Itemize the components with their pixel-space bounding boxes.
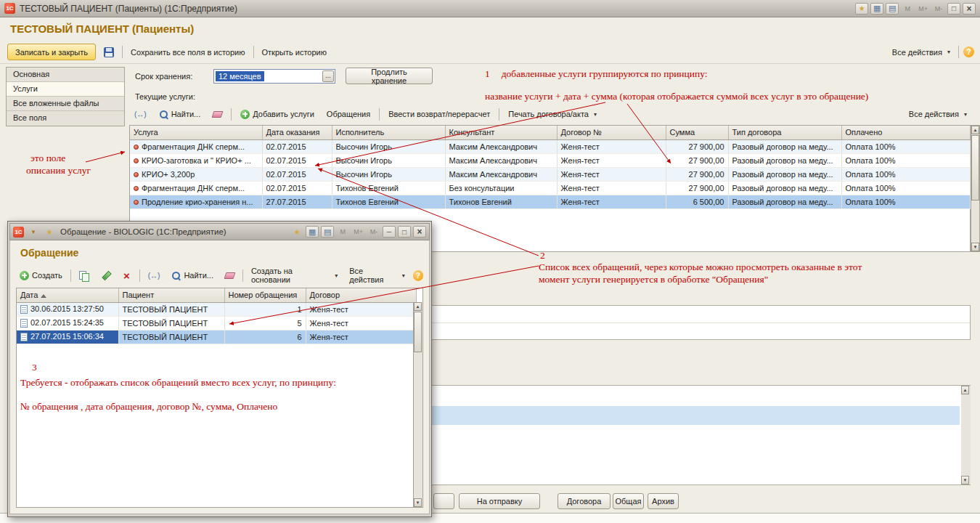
calendar-icon[interactable] <box>321 226 334 238</box>
appeals-button[interactable]: Обращения <box>323 107 374 122</box>
col-paid[interactable]: Оплачено <box>841 126 970 139</box>
col-executor[interactable]: Исполнитель <box>332 126 445 139</box>
date-range-button[interactable]: (↔) <box>144 268 164 283</box>
annotation-2-line1: Список всех обращений, через которые мож… <box>539 261 862 273</box>
dialog-titlebar[interactable]: Обращение - BIOLOGIC (1С:Предприятие) M … <box>9 223 430 240</box>
annotation-3-line2: № обращения , дата обращения, договор №,… <box>20 400 277 413</box>
scroll-up-icon[interactable]: ▲ <box>961 386 969 394</box>
close-button[interactable] <box>963 3 976 15</box>
sidebar-item-files[interactable]: Все вложенные файлы <box>7 97 124 111</box>
scroll-up-icon[interactable]: ▲ <box>971 126 979 134</box>
appeal-row-selected[interactable]: 27.07.2015 15:06:34 ТЕСТОВЫЙ ПАЦИЕНТ 6 Ж… <box>17 330 416 344</box>
scroll-down-icon[interactable]: ▼ <box>414 498 422 507</box>
col-contract[interactable]: Договор № <box>557 126 666 139</box>
create-based-on-button[interactable]: Создать на основании <box>248 268 341 283</box>
storage-period-more-button[interactable]: ... <box>322 70 334 82</box>
col-date[interactable]: Дата оказания <box>262 126 332 139</box>
all-actions-button[interactable]: Все действия <box>889 44 954 60</box>
open-history-button[interactable]: Открыть историю <box>258 44 330 60</box>
maximize-button[interactable] <box>398 226 411 238</box>
add-services-button[interactable]: Добавить услуги <box>237 107 318 122</box>
separator <box>499 108 499 121</box>
favorite-star-icon[interactable] <box>43 226 56 238</box>
search-icon <box>171 271 181 280</box>
calculator-icon[interactable] <box>306 226 319 238</box>
minimize-button[interactable] <box>383 226 396 238</box>
close-button[interactable] <box>413 226 426 238</box>
add-favorite-icon[interactable] <box>290 226 303 238</box>
common-button[interactable]: Общая <box>613 493 644 509</box>
memory-m-button[interactable]: M <box>336 226 349 238</box>
help-icon[interactable] <box>963 46 974 57</box>
help-icon[interactable] <box>413 270 423 281</box>
scroll-thumb[interactable] <box>971 135 979 200</box>
save-and-close-button[interactable]: Записать и закрыть <box>7 44 96 60</box>
refund-button[interactable]: Ввести возврат/перерасчет <box>385 107 494 122</box>
col-contract[interactable]: Договор <box>306 288 416 302</box>
col-consultant[interactable]: Консультант <box>445 126 557 139</box>
maximize-button[interactable] <box>947 3 960 15</box>
service-row[interactable]: КРИО+ 3,200р 02.07.2015 Высочин Игорь Ма… <box>130 167 970 181</box>
col-patient[interactable]: Пациент <box>118 288 224 302</box>
dialog-all-actions-button[interactable]: Все действия <box>346 268 408 283</box>
col-date[interactable]: Дата <box>17 288 118 302</box>
memory-m-button[interactable]: M <box>901 3 914 15</box>
appeals-header-row: Дата Пациент Номер обращения Договор <box>17 288 416 302</box>
favorites-star-icon[interactable] <box>855 3 868 15</box>
scroll-down-icon[interactable]: ▼ <box>961 476 969 485</box>
main-titlebar[interactable]: ТЕСТОВЫЙ ПАЦИЕНТ (Пациенты) (1С:Предприя… <box>0 0 980 17</box>
scroll-thumb[interactable] <box>414 312 422 352</box>
find-button[interactable]: Найти... <box>168 268 217 283</box>
save-button[interactable] <box>100 44 118 60</box>
window-menu-icon[interactable] <box>27 226 40 238</box>
date-range-button[interactable]: (↔) <box>131 107 150 122</box>
sidebar-item-main[interactable]: Основная <box>7 68 124 82</box>
col-service[interactable]: Услуга <box>130 126 262 139</box>
archive-button[interactable]: Архив <box>648 493 679 509</box>
calculator-icon[interactable] <box>870 3 883 15</box>
services-all-actions-button[interactable]: Все действия <box>905 107 971 122</box>
clear-filter-button[interactable] <box>209 107 226 122</box>
sidebar-item-all-fields[interactable]: Все поля <box>7 111 124 126</box>
files-scrollbar[interactable]: ▲ ▼ <box>961 386 971 485</box>
service-row[interactable]: Фрагментация ДНК сперм... 02.07.2015 Выс… <box>130 139 970 153</box>
plus-icon <box>240 110 250 119</box>
main-window-title: ТЕСТОВЫЙ ПАЦИЕНТ (Пациенты) (1С:Предприя… <box>20 4 237 14</box>
edit-button[interactable] <box>97 268 114 283</box>
create-button[interactable]: Создать <box>16 268 66 283</box>
1c-logo-icon <box>4 3 15 14</box>
services-scrollbar[interactable]: ▲ ▼ <box>971 125 980 252</box>
service-row[interactable]: КРИО-заготовка и " КРИО+ ... 02.07.2015 … <box>130 153 970 167</box>
service-row[interactable]: Фрагментация ДНК сперм... 02.07.2015 Тих… <box>130 181 970 195</box>
to-send-button[interactable]: На отправку <box>459 493 540 509</box>
annotation-1: 1добавленные услуги группируются по прин… <box>485 68 708 80</box>
appeal-row[interactable]: 02.07.2015 15:24:35 ТЕСТОВЫЙ ПАЦИЕНТ 5 Ж… <box>17 316 416 330</box>
col-type[interactable]: Тип договора <box>728 126 841 139</box>
storage-period-input[interactable]: 12 месяцев ... <box>213 69 335 84</box>
appeals-scrollbar[interactable]: ▲ ▼ <box>413 302 422 507</box>
memory-mminus-button[interactable]: M- <box>932 3 945 15</box>
col-sum[interactable]: Сумма <box>666 126 728 139</box>
contracts-button[interactable]: Договора <box>558 493 611 509</box>
extend-storage-button[interactable]: Продлить хранение <box>346 68 433 84</box>
delete-button[interactable] <box>118 268 135 283</box>
dialog-heading: Обращение <box>20 247 78 259</box>
appeal-row[interactable]: 30.06.2015 13:27:50 ТЕСТОВЫЙ ПАЦИЕНТ 1 Ж… <box>17 302 416 316</box>
memory-mplus-button[interactable]: M+ <box>916 3 930 15</box>
service-marker-icon <box>134 172 139 177</box>
memory-mminus-button[interactable]: M- <box>367 226 380 238</box>
col-number[interactable]: Номер обращения <box>224 288 306 302</box>
find-button[interactable]: Найти... <box>155 107 205 122</box>
clear-filter-button[interactable] <box>221 268 238 283</box>
hidden-button-fragment[interactable] <box>433 493 454 509</box>
separator <box>231 108 232 121</box>
copy-button[interactable] <box>75 268 93 283</box>
sidebar-item-services[interactable]: Услуги <box>7 82 124 97</box>
scroll-down-icon[interactable]: ▼ <box>971 243 979 251</box>
scroll-up-icon[interactable]: ▲ <box>414 302 422 311</box>
calendar-icon[interactable] <box>886 3 899 15</box>
print-contract-button[interactable]: Печать договора/акта <box>505 107 600 122</box>
save-history-button[interactable]: Сохранить все поля в историю <box>127 44 248 60</box>
memory-mplus-button[interactable]: M+ <box>351 226 365 238</box>
service-row-selected[interactable]: Продление крио-хранения н... 27.07.2015 … <box>130 195 970 208</box>
